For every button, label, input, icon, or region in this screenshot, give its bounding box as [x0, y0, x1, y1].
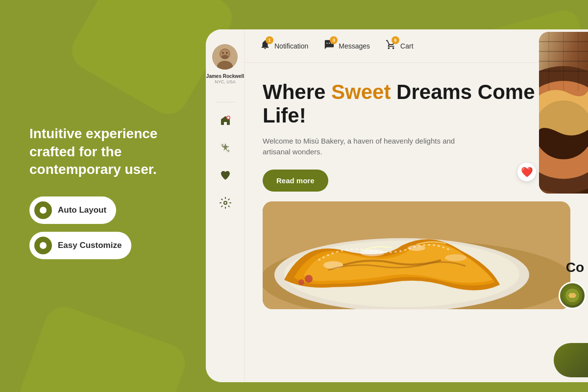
croissant-image [263, 201, 570, 309]
svg-point-10 [224, 201, 227, 204]
hero-description: Welcome to Misù Bakery, a haven of heave… [263, 136, 468, 158]
home-nav-item[interactable] [214, 110, 237, 134]
badge-dot-auto [34, 201, 52, 219]
image-section [245, 201, 588, 382]
heart-nav-item[interactable] [214, 165, 237, 189]
notification-item[interactable]: 1 Notification [260, 39, 308, 52]
cart-item[interactable]: 6 Cart [386, 39, 413, 52]
settings-nav-item[interactable] [214, 193, 237, 216]
svg-point-6 [221, 55, 228, 59]
sidebar: James Rockwell NYC, USA [206, 29, 245, 382]
svg-point-19 [305, 275, 313, 283]
svg-point-15 [323, 261, 343, 269]
main-card: James Rockwell NYC, USA [206, 29, 588, 382]
user-profile: James Rockwell NYC, USA [206, 44, 244, 84]
svg-point-17 [408, 245, 425, 251]
sparkle-nav-item[interactable] [214, 138, 237, 161]
easy-customize-label: Easy Customize [58, 241, 122, 250]
messages-badge: 3 [330, 36, 338, 44]
messages-item[interactable]: 3 Messages [324, 39, 370, 52]
home-icon [220, 115, 231, 129]
bottom-circle-decoration [554, 343, 588, 377]
user-location: NYC, USA [215, 79, 236, 84]
hero-section: Where Sweet Dreams Come to Life! Welcome… [245, 63, 588, 201]
cart-label: Cart [400, 42, 413, 50]
settings-icon [220, 197, 231, 212]
topbar: 1 Notification 3 Messages 6 [245, 29, 588, 63]
sidebar-divider [216, 102, 235, 102]
heart-icon [220, 170, 231, 184]
svg-point-5 [226, 52, 228, 54]
cart-badge: 6 [392, 36, 399, 44]
hero-title: Where Sweet Dreams Come to Life! [263, 80, 570, 128]
donut-card [539, 32, 588, 194]
notification-badge: 1 [266, 36, 273, 44]
messages-label: Messages [339, 42, 370, 50]
read-more-button[interactable]: Read more [263, 170, 328, 192]
tagline: Intuitive experience crafted for the con… [29, 125, 181, 178]
sparkle-icon [220, 142, 231, 157]
notification-label: Notification [274, 42, 308, 50]
user-name: James Rockwell [206, 74, 244, 79]
svg-point-18 [445, 254, 466, 261]
heart-badge[interactable]: ❤️ [517, 163, 536, 181]
hero-title-sweet: Sweet [331, 80, 391, 103]
svg-point-4 [222, 52, 224, 54]
left-panel: Intuitive experience crafted for the con… [0, 0, 211, 392]
hero-title-part1: Where [263, 80, 331, 103]
auto-layout-button[interactable]: Auto Layout [29, 196, 116, 224]
svg-point-20 [298, 279, 304, 285]
badge-dot-customize [34, 237, 52, 254]
easy-customize-button[interactable]: Easy Customize [29, 232, 131, 259]
content-area: 1 Notification 3 Messages 6 [245, 29, 588, 382]
partial-content-title: Co [566, 260, 584, 275]
auto-layout-label: Auto Layout [58, 205, 106, 215]
avatar [212, 44, 238, 70]
food-circle-badge [559, 282, 586, 309]
